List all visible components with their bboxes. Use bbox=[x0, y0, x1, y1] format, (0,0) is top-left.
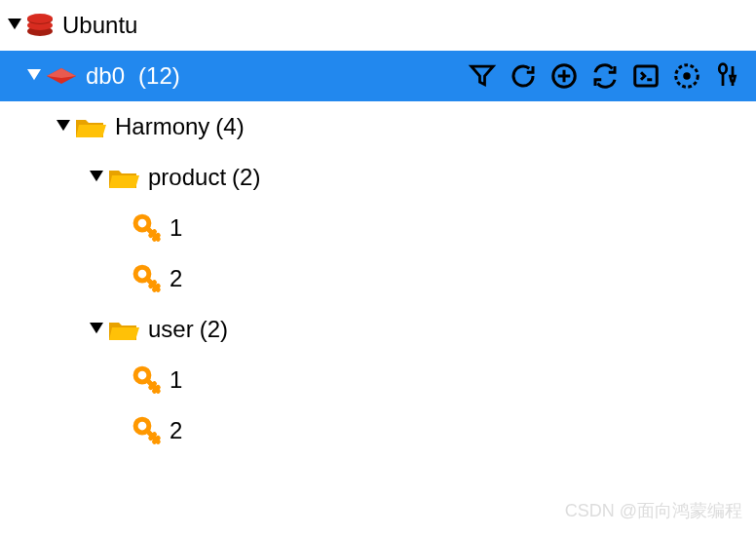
sync-icon[interactable] bbox=[590, 61, 620, 91]
svg-marker-14 bbox=[90, 171, 103, 181]
namespace-count: (4) bbox=[215, 113, 244, 140]
filter-icon[interactable] bbox=[468, 61, 497, 91]
namespace-label: Harmony bbox=[115, 113, 209, 140]
key-label: 1 bbox=[170, 214, 182, 242]
folder-open-icon bbox=[107, 317, 140, 342]
namespace-label: product bbox=[148, 164, 226, 191]
svg-marker-5 bbox=[27, 69, 41, 80]
database-row[interactable]: db0 (12) bbox=[0, 51, 756, 101]
key-icon bbox=[132, 365, 162, 395]
expand-arrow-icon[interactable] bbox=[25, 69, 43, 83]
key-icon bbox=[132, 416, 162, 445]
folder-open-icon bbox=[74, 114, 107, 139]
namespace-row-harmony[interactable]: Harmony (4) bbox=[0, 101, 756, 152]
key-row[interactable]: 2 bbox=[0, 405, 756, 456]
redis-server-icon bbox=[25, 13, 55, 38]
key-label: 1 bbox=[170, 366, 182, 394]
expand-arrow-icon[interactable] bbox=[88, 171, 105, 184]
svg-point-4 bbox=[27, 14, 53, 23]
tools-icon[interactable] bbox=[713, 61, 742, 91]
svg-marker-7 bbox=[47, 68, 76, 78]
watermark: CSDN @面向鸿蒙编程 bbox=[565, 499, 742, 522]
expand-arrow-icon[interactable] bbox=[88, 323, 105, 336]
database-count: (12) bbox=[138, 62, 180, 90]
folder-open-icon bbox=[107, 165, 140, 190]
namespace-count: (2) bbox=[232, 164, 260, 191]
svg-marker-0 bbox=[8, 19, 21, 29]
expand-arrow-icon[interactable] bbox=[6, 19, 23, 32]
add-icon[interactable] bbox=[549, 61, 579, 91]
refresh-icon[interactable] bbox=[509, 61, 538, 91]
database-toolbar bbox=[468, 61, 756, 91]
expand-arrow-icon[interactable] bbox=[55, 120, 72, 134]
svg-marker-13 bbox=[57, 120, 70, 131]
key-icon bbox=[132, 213, 162, 243]
connection-label: Ubuntu bbox=[62, 12, 137, 39]
namespace-label: user bbox=[148, 316, 194, 343]
key-icon bbox=[132, 264, 162, 293]
database-label: db0 bbox=[86, 62, 125, 90]
key-label: 2 bbox=[170, 265, 182, 292]
connection-row[interactable]: Ubuntu bbox=[0, 0, 756, 51]
namespace-row-product[interactable]: product (2) bbox=[0, 152, 756, 203]
key-row[interactable]: 1 bbox=[0, 355, 756, 405]
console-icon[interactable] bbox=[631, 61, 661, 91]
key-row[interactable]: 1 bbox=[0, 203, 756, 253]
key-label: 2 bbox=[170, 417, 182, 444]
namespace-count: (2) bbox=[200, 316, 228, 343]
database-icon bbox=[45, 66, 78, 86]
svg-marker-17 bbox=[90, 323, 103, 333]
svg-point-12 bbox=[719, 64, 727, 74]
svg-point-11 bbox=[683, 72, 691, 80]
key-row[interactable]: 2 bbox=[0, 253, 756, 304]
namespace-row-user[interactable]: user (2) bbox=[0, 304, 756, 355]
analyze-icon[interactable] bbox=[672, 61, 701, 91]
